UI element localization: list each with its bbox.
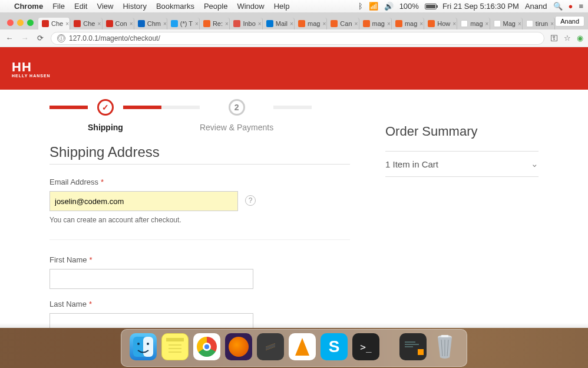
url-text: 127.0.0.1/magento/checkout/: [69, 34, 160, 42]
spotlight-icon[interactable]: 🔍: [553, 2, 563, 11]
menubar-user[interactable]: Anand: [525, 2, 547, 11]
site-logo[interactable]: HHHELLY HANSEN: [12, 60, 51, 78]
menubar-people[interactable]: People: [204, 2, 227, 11]
menubar-view[interactable]: View: [97, 2, 113, 11]
bookmark-star-icon[interactable]: ☆: [564, 34, 571, 42]
favicon-icon: [331, 20, 338, 27]
chevron-down-icon: ⌄: [531, 159, 539, 169]
browser-tab[interactable]: Chm×: [134, 18, 167, 29]
browser-tab[interactable]: How×: [424, 18, 457, 29]
favicon-icon: [363, 20, 370, 27]
tab-close-icon[interactable]: ×: [97, 21, 101, 27]
macos-menubar: Chrome File Edit View History Bookmarks …: [0, 0, 588, 13]
favicon-icon: [494, 20, 501, 27]
tab-close-icon[interactable]: ×: [65, 21, 69, 27]
tab-close-icon[interactable]: ×: [258, 21, 262, 27]
browser-tab[interactable]: Con×: [103, 18, 134, 29]
browser-tab[interactable]: Che×: [38, 18, 70, 29]
tab-close-icon[interactable]: ×: [225, 21, 229, 27]
dock-app-chrome[interactable]: [193, 333, 220, 360]
menubar-help[interactable]: Help: [274, 2, 290, 11]
back-button[interactable]: ←: [5, 34, 14, 42]
window-controls[interactable]: [5, 19, 38, 29]
menubar-file[interactable]: File: [52, 2, 65, 11]
order-summary-title: Order Summary: [385, 124, 539, 139]
browser-tab[interactable]: Che×: [70, 18, 102, 29]
menubar-bookmarks[interactable]: Bookmarks: [156, 2, 194, 11]
menubar-history[interactable]: History: [123, 2, 146, 11]
chrome-profile-chip[interactable]: Anand: [555, 16, 584, 27]
browser-tab[interactable]: Inbo×: [230, 18, 262, 29]
site-info-icon[interactable]: ⓘ: [57, 34, 65, 42]
dock-app-terminal[interactable]: >_: [352, 333, 379, 360]
tab-close-icon[interactable]: ×: [550, 21, 554, 27]
clock[interactable]: Fri 21 Sep 5:16:30 PM: [442, 2, 519, 11]
cart-items-count: 1 Item in Cart: [385, 159, 438, 169]
browser-tab[interactable]: Re:×: [200, 18, 230, 29]
tab-close-icon[interactable]: ×: [387, 21, 391, 27]
tab-label: Re:: [213, 20, 223, 27]
step-1-indicator[interactable]: ✓: [97, 99, 114, 116]
dock-app-notes[interactable]: [161, 333, 189, 360]
tab-close-icon[interactable]: ×: [452, 21, 456, 27]
chrome-window: Che× Che× Con× Chm× (*) T× Re:× Inbo× Ma…: [0, 13, 588, 47]
step-2-indicator[interactable]: 2: [229, 99, 245, 116]
menubar-edit[interactable]: Edit: [74, 2, 87, 11]
window-close-icon[interactable]: [7, 19, 14, 26]
first-name-input[interactable]: [49, 269, 253, 289]
favicon-icon: [171, 20, 178, 27]
notification-center-icon[interactable]: ≡: [579, 2, 583, 11]
menubar-window[interactable]: Window: [237, 2, 264, 11]
tab-close-icon[interactable]: ×: [130, 21, 133, 27]
tab-close-icon[interactable]: ×: [419, 21, 423, 27]
dock-app-editor[interactable]: [399, 333, 427, 360]
volume-icon[interactable]: 🔊: [384, 2, 394, 11]
tab-close-icon[interactable]: ×: [290, 21, 293, 27]
browser-tab[interactable]: Mag×: [490, 18, 523, 29]
browser-tab[interactable]: tirun×: [523, 18, 555, 29]
checkout-progress: ✓ Shipping 2 Review & Payments: [49, 99, 350, 132]
dock-app-finder[interactable]: [130, 333, 157, 360]
tab-close-icon[interactable]: ×: [195, 21, 199, 27]
window-zoom-icon[interactable]: [27, 19, 34, 26]
tab-close-icon[interactable]: ×: [322, 21, 326, 27]
tab-close-icon[interactable]: ×: [163, 21, 167, 27]
favicon-icon: [298, 20, 305, 27]
dock-app-firefox[interactable]: [225, 333, 252, 360]
tab-label: mag: [308, 20, 320, 27]
forward-button[interactable]: →: [20, 34, 29, 42]
window-minimize-icon[interactable]: [17, 19, 24, 26]
bluetooth-icon[interactable]: ᛒ: [358, 2, 363, 11]
browser-tab[interactable]: Mail×: [263, 18, 295, 29]
browser-tab[interactable]: (*) T×: [167, 18, 200, 29]
wifi-icon[interactable]: 📶: [369, 2, 378, 11]
tab-label: How: [437, 20, 450, 27]
reload-button[interactable]: ⟳: [35, 34, 45, 42]
tab-close-icon[interactable]: ×: [518, 21, 521, 27]
chrome-toolbar: ← → ⟳ ⓘ 127.0.0.1/magento/checkout/ ⚿ ☆ …: [0, 29, 588, 47]
browser-tab[interactable]: Can×: [327, 18, 359, 29]
browser-tab[interactable]: mag×: [392, 18, 424, 29]
tab-close-icon[interactable]: ×: [485, 21, 489, 27]
browser-tab[interactable]: mag×: [457, 18, 490, 29]
dock-app-vlc[interactable]: [289, 333, 316, 360]
cart-items-toggle[interactable]: 1 Item in Cart ⌄: [385, 151, 539, 177]
extension-icon[interactable]: ◉: [577, 34, 583, 42]
email-label: Email Address*: [49, 178, 350, 186]
browser-tab[interactable]: mag×: [295, 18, 327, 29]
dock-app-sublime[interactable]: [257, 333, 284, 360]
browser-tab[interactable]: mag×: [359, 18, 392, 29]
tab-label: Inbo: [243, 20, 255, 27]
menubar-app-name[interactable]: Chrome: [14, 2, 43, 11]
tab-close-icon[interactable]: ×: [355, 21, 358, 27]
password-key-icon[interactable]: ⚿: [550, 34, 558, 42]
address-bar[interactable]: ⓘ 127.0.0.1/magento/checkout/: [51, 32, 544, 45]
step-1-label: Shipping: [88, 123, 123, 132]
email-input[interactable]: [49, 191, 238, 211]
help-tooltip-icon[interactable]: ?: [245, 195, 256, 206]
site-header: HHHELLY HANSEN: [0, 47, 588, 90]
dock-app-skype[interactable]: S: [321, 333, 348, 360]
battery-status[interactable]: 100%: [399, 2, 419, 11]
status-dot-icon[interactable]: ●: [569, 2, 573, 11]
dock-trash[interactable]: [431, 333, 458, 360]
